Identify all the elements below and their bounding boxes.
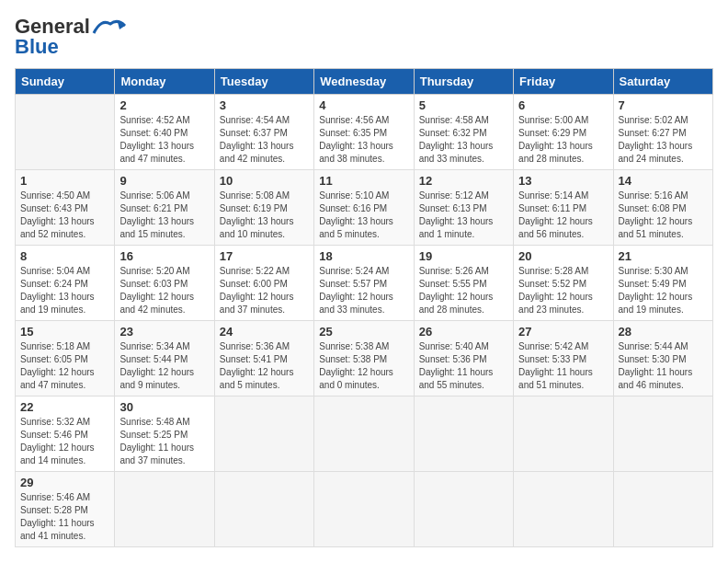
calendar-cell: 24Sunrise: 5:36 AM Sunset: 5:41 PM Dayli… — [214, 321, 313, 396]
calendar-cell — [414, 396, 513, 472]
day-number: 14 — [619, 174, 708, 188]
header-wednesday: Wednesday — [314, 69, 414, 95]
day-number: 15 — [20, 325, 109, 339]
calendar-cell: 3Sunrise: 4:54 AM Sunset: 6:37 PM Daylig… — [214, 95, 313, 170]
day-number: 9 — [119, 174, 209, 188]
calendar-week-row: 29Sunrise: 5:46 AM Sunset: 5:28 PM Dayli… — [16, 472, 713, 547]
day-number: 1 — [20, 174, 109, 188]
calendar-cell — [314, 472, 414, 547]
calendar-cell: 28Sunrise: 5:44 AM Sunset: 5:30 PM Dayli… — [613, 321, 712, 396]
day-number: 23 — [119, 325, 209, 339]
day-info: Sunrise: 5:06 AM Sunset: 6:21 PM Dayligh… — [119, 190, 209, 241]
calendar-cell — [314, 396, 414, 472]
day-info: Sunrise: 5:22 AM Sunset: 6:00 PM Dayligh… — [220, 265, 309, 316]
calendar-cell: 5Sunrise: 4:58 AM Sunset: 6:32 PM Daylig… — [414, 95, 513, 170]
calendar-cell: 17Sunrise: 5:22 AM Sunset: 6:00 PM Dayli… — [214, 246, 313, 321]
calendar-cell: 4Sunrise: 4:56 AM Sunset: 6:35 PM Daylig… — [314, 95, 414, 170]
calendar-cell: 11Sunrise: 5:10 AM Sunset: 6:16 PM Dayli… — [314, 170, 414, 246]
day-info: Sunrise: 5:14 AM Sunset: 6:11 PM Dayligh… — [518, 190, 608, 241]
day-number: 21 — [619, 249, 708, 263]
day-info: Sunrise: 5:02 AM Sunset: 6:27 PM Dayligh… — [619, 114, 708, 166]
calendar-cell: 18Sunrise: 5:24 AM Sunset: 5:57 PM Dayli… — [314, 246, 414, 321]
day-number: 8 — [20, 249, 109, 263]
calendar-week-row: 22Sunrise: 5:32 AM Sunset: 5:46 PM Dayli… — [16, 396, 713, 472]
calendar-cell: 22Sunrise: 5:32 AM Sunset: 5:46 PM Dayli… — [16, 396, 115, 472]
day-number: 18 — [319, 249, 408, 263]
day-info: Sunrise: 5:40 AM Sunset: 5:36 PM Dayligh… — [419, 340, 508, 392]
day-number: 28 — [619, 325, 708, 339]
day-info: Sunrise: 5:10 AM Sunset: 6:16 PM Dayligh… — [319, 190, 408, 241]
day-number: 24 — [220, 325, 309, 339]
calendar-cell: 27Sunrise: 5:42 AM Sunset: 5:33 PM Dayli… — [514, 321, 613, 396]
logo-blue: Blue — [15, 35, 59, 59]
calendar-cell: 15Sunrise: 5:18 AM Sunset: 6:05 PM Dayli… — [16, 321, 115, 396]
calendar-cell — [613, 396, 712, 472]
day-number: 6 — [518, 98, 608, 112]
day-info: Sunrise: 4:52 AM Sunset: 6:40 PM Dayligh… — [119, 114, 209, 166]
day-info: Sunrise: 5:24 AM Sunset: 5:57 PM Dayligh… — [319, 265, 408, 316]
day-info: Sunrise: 5:20 AM Sunset: 6:03 PM Dayligh… — [119, 265, 209, 316]
calendar-cell: 12Sunrise: 5:12 AM Sunset: 6:13 PM Dayli… — [414, 170, 513, 246]
calendar-week-row: 2Sunrise: 4:52 AM Sunset: 6:40 PM Daylig… — [16, 95, 713, 170]
calendar-cell — [514, 396, 613, 472]
calendar-cell — [613, 472, 712, 547]
day-number: 7 — [619, 98, 708, 112]
day-info: Sunrise: 5:48 AM Sunset: 5:25 PM Dayligh… — [119, 416, 209, 467]
calendar-cell: 30Sunrise: 5:48 AM Sunset: 5:25 PM Dayli… — [115, 396, 214, 472]
day-number: 25 — [319, 325, 408, 339]
day-number: 11 — [319, 174, 408, 188]
calendar-cell: 23Sunrise: 5:34 AM Sunset: 5:44 PM Dayli… — [115, 321, 214, 396]
day-number: 16 — [119, 249, 209, 263]
calendar-cell — [514, 472, 613, 547]
day-info: Sunrise: 5:44 AM Sunset: 5:30 PM Dayligh… — [619, 340, 708, 392]
day-info: Sunrise: 5:38 AM Sunset: 5:38 PM Dayligh… — [319, 340, 408, 392]
day-number: 27 — [518, 325, 608, 339]
day-info: Sunrise: 4:54 AM Sunset: 6:37 PM Dayligh… — [220, 114, 309, 166]
calendar-cell: 19Sunrise: 5:26 AM Sunset: 5:55 PM Dayli… — [414, 246, 513, 321]
calendar-cell — [115, 472, 214, 547]
day-number: 13 — [518, 174, 608, 188]
day-number: 10 — [220, 174, 309, 188]
day-number: 29 — [20, 476, 109, 489]
day-info: Sunrise: 5:46 AM Sunset: 5:28 PM Dayligh… — [20, 491, 109, 543]
calendar-table: SundayMondayTuesdayWednesdayThursdayFrid… — [15, 68, 713, 547]
day-number: 22 — [20, 400, 109, 414]
header-tuesday: Tuesday — [214, 69, 313, 95]
calendar-cell — [214, 396, 313, 472]
day-info: Sunrise: 4:58 AM Sunset: 6:32 PM Dayligh… — [419, 114, 508, 166]
day-info: Sunrise: 5:16 AM Sunset: 6:08 PM Dayligh… — [619, 190, 708, 241]
header-thursday: Thursday — [414, 69, 513, 95]
calendar-cell: 26Sunrise: 5:40 AM Sunset: 5:36 PM Dayli… — [414, 321, 513, 396]
day-number: 20 — [518, 249, 608, 263]
day-info: Sunrise: 5:42 AM Sunset: 5:33 PM Dayligh… — [518, 340, 608, 392]
day-info: Sunrise: 5:12 AM Sunset: 6:13 PM Dayligh… — [419, 190, 508, 241]
calendar-cell: 1Sunrise: 4:50 AM Sunset: 6:43 PM Daylig… — [16, 170, 115, 246]
day-info: Sunrise: 5:34 AM Sunset: 5:44 PM Dayligh… — [119, 340, 209, 392]
calendar-cell — [16, 95, 115, 170]
day-info: Sunrise: 5:32 AM Sunset: 5:46 PM Dayligh… — [20, 416, 109, 467]
day-number: 2 — [119, 98, 209, 112]
header-saturday: Saturday — [613, 69, 712, 95]
calendar-cell: 29Sunrise: 5:46 AM Sunset: 5:28 PM Dayli… — [16, 472, 115, 547]
calendar-week-row: 8Sunrise: 5:04 AM Sunset: 6:24 PM Daylig… — [16, 246, 713, 321]
calendar-cell: 2Sunrise: 4:52 AM Sunset: 6:40 PM Daylig… — [115, 95, 214, 170]
calendar-header-row: SundayMondayTuesdayWednesdayThursdayFrid… — [16, 69, 713, 95]
day-number: 4 — [319, 98, 408, 112]
calendar-cell: 8Sunrise: 5:04 AM Sunset: 6:24 PM Daylig… — [16, 246, 115, 321]
day-number: 3 — [220, 98, 309, 112]
calendar-cell: 6Sunrise: 5:00 AM Sunset: 6:29 PM Daylig… — [514, 95, 613, 170]
day-info: Sunrise: 5:26 AM Sunset: 5:55 PM Dayligh… — [419, 265, 508, 316]
day-info: Sunrise: 5:00 AM Sunset: 6:29 PM Dayligh… — [518, 114, 608, 166]
logo-bird-icon — [92, 17, 127, 37]
calendar-week-row: 15Sunrise: 5:18 AM Sunset: 6:05 PM Dayli… — [16, 321, 713, 396]
calendar-cell: 20Sunrise: 5:28 AM Sunset: 5:52 PM Dayli… — [514, 246, 613, 321]
day-info: Sunrise: 5:36 AM Sunset: 5:41 PM Dayligh… — [220, 340, 309, 392]
header-friday: Friday — [514, 69, 613, 95]
day-number: 12 — [419, 174, 508, 188]
day-number: 17 — [220, 249, 309, 263]
day-info: Sunrise: 4:50 AM Sunset: 6:43 PM Dayligh… — [20, 190, 109, 241]
day-number: 19 — [419, 249, 508, 263]
header-monday: Monday — [115, 69, 214, 95]
day-info: Sunrise: 5:04 AM Sunset: 6:24 PM Dayligh… — [20, 265, 109, 316]
day-info: Sunrise: 5:18 AM Sunset: 6:05 PM Dayligh… — [20, 340, 109, 392]
